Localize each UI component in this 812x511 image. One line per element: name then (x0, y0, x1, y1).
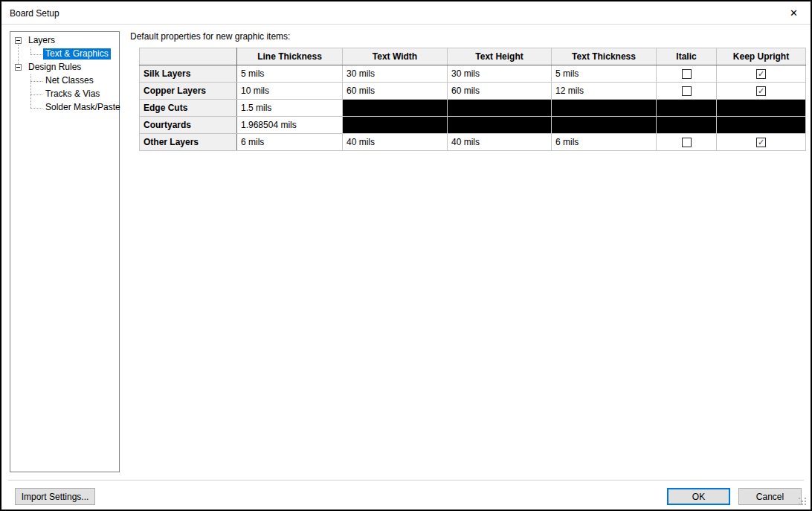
table-header-row: Line Thickness Text Width Text Height Te… (140, 48, 806, 65)
table-row-other-layers: Other Layers 6 mils 40 mils 40 mils 6 mi… (140, 134, 806, 151)
tree-item-label[interactable]: Design Rules (26, 62, 83, 73)
disabled-cell (657, 100, 717, 117)
column-header-text-height: Text Height (448, 48, 552, 65)
disabled-cell (657, 117, 717, 134)
italic-checkbox-unchecked[interactable] (682, 138, 692, 147)
row-label: Silk Layers (140, 65, 237, 83)
row-label: Courtyards (140, 117, 237, 134)
tree-item-layers[interactable]: Layers (10, 34, 119, 48)
table-row-edge-cuts: Edge Cuts 1.5 mils (140, 100, 806, 117)
tree-item-net-classes[interactable]: Net Classes (10, 74, 119, 88)
keep-upright-checkbox-checked[interactable]: ✓ (756, 138, 766, 147)
tree-item-label-selected[interactable]: Text & Graphics (43, 48, 111, 60)
tree-item-design-rules[interactable]: Design Rules (10, 61, 119, 74)
section-label: Default properties for new graphic items… (130, 31, 290, 42)
text-height-cell[interactable]: 60 mils (448, 83, 552, 100)
row-label: Edge Cuts (140, 100, 237, 117)
column-header-text-width: Text Width (343, 48, 448, 65)
disabled-cell (717, 117, 806, 134)
text-thickness-cell[interactable]: 12 mils (552, 83, 657, 100)
column-header-line-thickness: Line Thickness (237, 48, 343, 65)
table-row-copper-layers: Copper Layers 10 mils 60 mils 60 mils 12… (140, 83, 806, 100)
table-row-silk-layers: Silk Layers 5 mils 30 mils 30 mils 5 mil… (140, 65, 806, 83)
table-row-courtyards: Courtyards 1.968504 mils (140, 117, 806, 134)
text-width-cell[interactable]: 30 mils (343, 65, 448, 83)
title-bar[interactable]: Board Setup ✕ (1, 1, 811, 25)
italic-checkbox-unchecked[interactable] (682, 86, 692, 96)
text-height-cell[interactable]: 40 mils (448, 134, 552, 151)
board-setup-dialog: Board Setup ✕ Layers Text & Graphics Des… (0, 0, 812, 511)
line-thickness-cell[interactable]: 6 mils (237, 134, 343, 151)
column-header-keep-upright: Keep Upright (717, 48, 806, 65)
footer-separator (8, 480, 804, 481)
settings-tree-panel: Layers Text & Graphics Design Rules Net … (10, 31, 120, 472)
line-thickness-cell[interactable]: 1.5 mils (237, 100, 343, 117)
column-header-text-thickness: Text Thickness (552, 48, 657, 65)
keep-upright-cell: ✓ (717, 65, 806, 83)
keep-upright-checkbox-checked[interactable]: ✓ (756, 86, 766, 96)
tree-item-label[interactable]: Layers (26, 35, 57, 46)
disabled-cell (448, 117, 552, 134)
close-icon[interactable]: ✕ (777, 1, 811, 25)
disabled-cell (448, 100, 552, 117)
checkmark-icon: ✓ (758, 69, 764, 78)
checkmark-icon: ✓ (758, 138, 764, 147)
resize-grip[interactable] (799, 498, 808, 507)
line-thickness-cell[interactable]: 5 mils (237, 65, 343, 83)
keep-upright-cell: ✓ (717, 134, 806, 151)
text-width-cell[interactable]: 60 mils (343, 83, 448, 100)
row-label: Other Layers (140, 134, 237, 151)
cancel-button[interactable]: Cancel (738, 488, 802, 505)
checkmark-icon: ✓ (758, 86, 764, 95)
disabled-cell (717, 100, 806, 117)
text-width-cell[interactable]: 40 mils (343, 134, 448, 151)
disabled-cell (343, 100, 448, 117)
column-header-italic: Italic (657, 48, 717, 65)
text-thickness-cell[interactable]: 6 mils (552, 134, 657, 151)
line-thickness-cell[interactable]: 10 mils (237, 83, 343, 100)
text-height-cell[interactable]: 30 mils (448, 65, 552, 83)
ok-button[interactable]: OK (667, 488, 730, 505)
tree-item-label[interactable]: Tracks & Vias (43, 89, 102, 100)
keep-upright-cell: ✓ (717, 83, 806, 100)
disabled-cell (343, 117, 448, 134)
collapse-icon[interactable] (15, 37, 22, 44)
row-label: Copper Layers (140, 83, 237, 100)
graphic-defaults-table: Line Thickness Text Width Text Height Te… (139, 48, 806, 151)
italic-cell (657, 83, 717, 100)
italic-checkbox-unchecked[interactable] (682, 69, 692, 79)
minus-glyph (16, 40, 20, 41)
keep-upright-checkbox-checked[interactable]: ✓ (756, 69, 766, 79)
settings-tree: Layers Text & Graphics Design Rules Net … (10, 32, 119, 472)
dialog-title: Board Setup (10, 8, 59, 19)
tree-item-label[interactable]: Solder Mask/Paste (43, 102, 123, 113)
tree-item-label[interactable]: Net Classes (43, 75, 96, 86)
collapse-icon[interactable] (15, 64, 22, 71)
italic-cell (657, 134, 717, 151)
text-thickness-cell[interactable]: 5 mils (552, 65, 657, 83)
minus-glyph (16, 67, 20, 68)
italic-cell (657, 65, 717, 83)
tree-item-tracks-and-vias[interactable]: Tracks & Vias (10, 88, 119, 101)
line-thickness-cell[interactable]: 1.968504 mils (237, 117, 343, 134)
tree-item-solder-mask-paste[interactable]: Solder Mask/Paste (10, 101, 119, 115)
column-header-blank (140, 48, 237, 65)
tree-item-text-and-graphics[interactable]: Text & Graphics (10, 48, 119, 61)
disabled-cell (552, 100, 657, 117)
import-settings-button[interactable]: Import Settings... (15, 488, 95, 505)
disabled-cell (552, 117, 657, 134)
